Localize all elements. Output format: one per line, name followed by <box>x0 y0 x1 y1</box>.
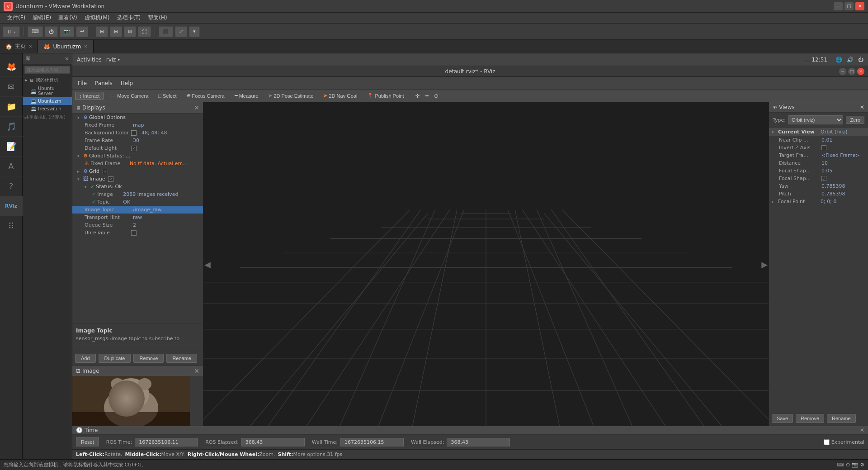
expand-grid[interactable]: ▸ <box>77 169 82 174</box>
expand-status[interactable]: ▾ <box>85 185 89 189</box>
toolbar-power[interactable]: ⏻ <box>45 26 58 37</box>
rviz-menu-file[interactable]: File <box>75 80 90 86</box>
tree-item-status-image[interactable]: ✓ Image 2089 images received <box>72 190 203 198</box>
expand-global-options[interactable]: ▾ <box>77 115 82 120</box>
sidebar-icon-software[interactable]: A <box>0 157 23 176</box>
expand-global-status[interactable]: ▾ <box>77 154 82 158</box>
menu-edit[interactable]: 编辑(E) <box>29 13 55 23</box>
view-pitch[interactable]: Pitch 0.785398 <box>769 190 868 198</box>
tree-item-global-options[interactable]: ▾ ⚙ Global Options <box>72 114 203 121</box>
publish-point-button[interactable]: 📍 Publish Point <box>363 91 408 100</box>
activities-button[interactable]: Activities <box>77 57 102 63</box>
menu-vm[interactable]: 虚拟机(M) <box>81 13 113 23</box>
current-view-header[interactable]: ▾ Current View Orbit (rviz) <box>769 128 868 136</box>
tree-item-unreliable[interactable]: Unreliable <box>72 229 203 237</box>
toolbar-plus-icon[interactable]: ✛ <box>414 92 422 100</box>
menu-help[interactable]: 帮助(H) <box>144 13 170 23</box>
tab-home-close[interactable]: ✕ <box>28 44 32 49</box>
tree-item-status-ok[interactable]: ▾ ✓ Status: Ok <box>72 183 203 190</box>
view-distance[interactable]: Distance 10 <box>769 159 868 167</box>
toolbar-fullscreen[interactable]: ⛶ <box>138 26 151 37</box>
tree-item-fixed-frame[interactable]: Fixed Frame map <box>72 121 203 129</box>
tree-item-global-status[interactable]: ▾ ⚙ Global Status: ... <box>72 152 203 160</box>
menu-file[interactable]: 文件(F) <box>4 13 29 23</box>
view-target-frame[interactable]: Target Fra... <Fixed Frame> <box>769 152 868 159</box>
tree-item-bg-color[interactable]: Background Color 48; 48; 48 <box>72 129 203 137</box>
add-button[interactable]: Add <box>75 354 96 363</box>
current-view-expand[interactable]: ▾ <box>772 130 776 134</box>
views-rename-button[interactable]: Rename <box>827 414 856 423</box>
tree-item-default-light[interactable]: Default Light ✓ <box>72 144 203 152</box>
views-remove-button[interactable]: Remove <box>796 414 824 423</box>
invert-z-checkbox[interactable] <box>821 145 826 150</box>
toolbar-view[interactable]: ⊠ <box>124 26 136 37</box>
rviz-minimize[interactable]: ─ <box>839 68 846 75</box>
machine-ubuntuzm[interactable]: 💻 Ubuntuzm <box>23 97 72 105</box>
expand-image[interactable]: ▾ <box>77 177 82 181</box>
rviz-menu-button[interactable]: rviz ▾ <box>106 57 120 63</box>
view-invert-z[interactable]: Invert Z Axis <box>769 144 868 152</box>
measure-button[interactable]: ━ Measure <box>231 91 263 100</box>
rviz-menu-help[interactable]: Help <box>118 80 136 86</box>
unreliable-checkbox[interactable] <box>131 230 137 236</box>
view-focal-shape2[interactable]: Focal Shap... ✓ <box>769 175 868 182</box>
sidebar-icon-mail[interactable]: ✉ <box>0 77 23 97</box>
select-button[interactable]: □ Select <box>154 92 180 100</box>
toolbar-split-v[interactable]: ⊞ <box>110 26 122 37</box>
tree-item-grid[interactable]: ▸ ⚙ Grid ✓ <box>72 167 203 175</box>
sidebar-icon-apps[interactable]: ⠿ <box>0 216 23 236</box>
toolbar-revert[interactable]: ↩ <box>76 26 88 37</box>
3d-viewport[interactable]: ◀ ▶ <box>203 102 769 426</box>
menu-view[interactable]: 查看(V) <box>55 13 81 23</box>
tree-item-transport-hint[interactable]: Transport Hint raw <box>72 214 203 221</box>
reset-button[interactable]: Reset <box>76 437 99 446</box>
minimize-button[interactable]: ─ <box>834 2 843 10</box>
rviz-maximize[interactable]: □ <box>848 68 855 75</box>
tree-item-image[interactable]: ▾ 🖼 Image ✓ <box>72 175 203 183</box>
toolbar-minus-icon[interactable]: ━ <box>424 92 430 100</box>
tree-item-image-topic[interactable]: Image Topic /image_raw <box>72 206 203 214</box>
image-panel-close[interactable]: ✕ <box>194 367 199 375</box>
focus-camera-button[interactable]: ⊕ Focus Camera <box>183 91 229 100</box>
sidebar-icon-help[interactable]: ? <box>0 176 23 196</box>
tree-item-gs-fixed-frame[interactable]: ⚠ Fixed Frame No tf data. Actual err... <box>72 160 203 167</box>
pose-estimate-button[interactable]: ➤ 2D Pose Estimate <box>264 91 317 100</box>
sidebar-icon-firefox[interactable]: 🦊 <box>0 57 23 77</box>
menu-tabs[interactable]: 选项卡(T) <box>113 13 145 23</box>
interact-button[interactable]: ↕ Interact <box>75 92 104 100</box>
views-zero-button[interactable]: Zero <box>846 116 864 124</box>
view-focal-point[interactable]: ▸ Focal Point 0; 0; 0 <box>769 198 868 205</box>
views-save-button[interactable]: Save <box>772 414 793 423</box>
machine-ubuntu-server[interactable]: 💻 Ubuntu Server <box>23 85 72 97</box>
viewport-left-arrow[interactable]: ◀ <box>204 259 211 269</box>
tab-ubuntuzm[interactable]: 🦊 Ubuntuzm ✕ <box>38 40 93 53</box>
toolbar-snapshot[interactable]: 📷 <box>60 26 74 37</box>
experimental-checkbox[interactable] <box>824 439 830 445</box>
image-checkbox[interactable]: ✓ <box>108 176 113 182</box>
machine-freeswitch[interactable]: 💻 freeswitch <box>23 105 72 113</box>
toolbar-target-icon[interactable]: ⊙ <box>432 92 440 100</box>
sidebar-icon-files[interactable]: 📁 <box>0 97 23 117</box>
toolbar-unity[interactable]: ⤢ <box>175 26 187 37</box>
toolbar-split-h[interactable]: ⊟ <box>96 26 108 37</box>
status-icon-screenshot[interactable]: 📷 <box>852 462 858 468</box>
status-icon-settings[interactable]: ⚙ <box>860 462 864 468</box>
focal-shape2-checkbox[interactable]: ✓ <box>821 176 826 181</box>
rviz-menu-panels[interactable]: Panels <box>92 80 115 86</box>
views-panel-close[interactable]: ✕ <box>860 104 864 110</box>
close-button[interactable]: ✕ <box>855 2 864 10</box>
view-near-clip[interactable]: Near Clip ... 0.01 <box>769 136 868 144</box>
status-icon-capture[interactable]: ⊙ <box>846 462 850 468</box>
toolbar-console[interactable]: ⬛ <box>159 26 173 37</box>
tab-ubuntu-close[interactable]: ✕ <box>84 44 87 49</box>
default-light-checkbox[interactable]: ✓ <box>131 146 137 151</box>
viewport-right-arrow[interactable]: ▶ <box>761 259 768 269</box>
rename-button[interactable]: Rename <box>166 354 197 363</box>
status-icon-keyboard[interactable]: ⌨ <box>837 462 844 468</box>
tree-item-status-topic[interactable]: ✓ Topic OK <box>72 198 203 206</box>
toolbar-send-ctrl-alt[interactable]: ⌨ <box>28 26 43 37</box>
maximize-button[interactable]: □ <box>844 2 854 10</box>
machine-search-input[interactable] <box>24 66 70 74</box>
sidebar-icon-rviz[interactable]: RViz <box>0 196 23 216</box>
toolbar-unity2[interactable]: ▾ <box>189 26 200 37</box>
